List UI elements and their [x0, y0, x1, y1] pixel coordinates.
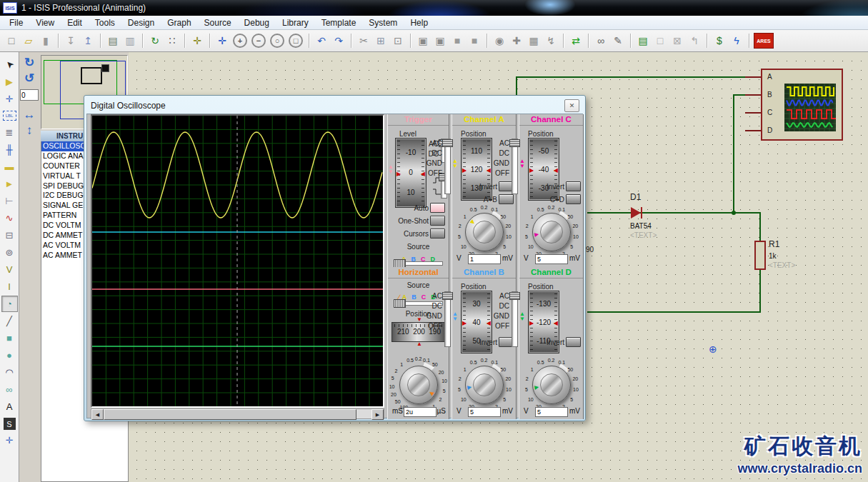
generator-mode-icon[interactable]: ⊚: [1, 244, 18, 261]
slider-handle[interactable]: [442, 139, 453, 147]
resistor-r1[interactable]: [754, 241, 766, 270]
trigger-oneshot-button[interactable]: [430, 216, 445, 226]
paste-icon[interactable]: ⊡: [390, 33, 406, 49]
menu-source[interactable]: Source: [198, 16, 238, 29]
channel-a-position-gauge[interactable]: 110 120 130 ▶ ◀: [461, 138, 492, 201]
zoom-area-icon[interactable]: □: [289, 34, 303, 48]
open-folder-icon[interactable]: ▱: [21, 33, 36, 49]
channel-b-drag-arrows[interactable]: ▲▼: [452, 311, 458, 321]
graph-mode-icon[interactable]: ∿: [1, 210, 18, 226]
channel-d-coupling-slider[interactable]: [512, 291, 518, 347]
menu-view[interactable]: View: [29, 16, 61, 29]
mirror-vertical-icon[interactable]: ↕: [26, 124, 33, 139]
zoom-all-icon[interactable]: ○: [270, 34, 284, 48]
diode-d1[interactable]: [631, 207, 645, 219]
wire-label-mode-icon[interactable]: LBL: [3, 111, 16, 121]
virtual-instruments-mode-icon[interactable]: ◔: [1, 296, 18, 312]
dialog-close-button[interactable]: ✕: [564, 99, 579, 112]
menu-file[interactable]: File: [3, 16, 29, 29]
remove-sheet-icon[interactable]: ⊠: [669, 33, 685, 49]
pin-stub-c[interactable]: [745, 112, 761, 114]
channel-d-invert-button[interactable]: [566, 337, 581, 347]
design-explorer-icon[interactable]: ▤: [635, 33, 651, 49]
menu-template[interactable]: Template: [315, 16, 363, 29]
zoom-in-icon[interactable]: +: [233, 34, 247, 48]
slider-handle[interactable]: [442, 292, 453, 300]
make-device-icon[interactable]: ✚: [509, 33, 524, 49]
display-horizontal-scrollbar[interactable]: ◀ ▶: [91, 408, 384, 419]
channel-c-gain-input[interactable]: [535, 254, 568, 264]
box-2d-icon[interactable]: ■: [1, 330, 18, 346]
copy-icon[interactable]: ⊞: [373, 33, 389, 49]
wire-segment[interactable]: [733, 94, 734, 214]
arc-2d-icon[interactable]: ◠: [1, 364, 18, 381]
electrical-rules-check-icon[interactable]: ϟ: [729, 33, 744, 49]
channel-c-invert-button[interactable]: [566, 181, 581, 191]
scroll-thumb[interactable]: [104, 409, 356, 420]
bus-mode-icon[interactable]: ╫: [1, 141, 18, 158]
channel-d-drag-arrows[interactable]: ▲▼: [519, 311, 525, 321]
netlist-to-ares-icon[interactable]: ARES: [754, 33, 774, 49]
wire-autorouter-icon[interactable]: ⇄: [568, 33, 584, 49]
slider-handle[interactable]: [509, 292, 520, 300]
channel-a-gain-input[interactable]: [468, 254, 501, 264]
marker-2d-icon[interactable]: ✛: [1, 432, 18, 448]
circle-2d-icon[interactable]: ●: [1, 347, 18, 363]
pin-stub-b[interactable]: [745, 94, 761, 96]
menu-help[interactable]: Help: [404, 16, 434, 29]
voltage-probe-mode-icon[interactable]: V: [1, 261, 18, 278]
window-titlebar[interactable]: ISIS 1 - ISIS Professional (Animating): [0, 0, 868, 16]
rotate-anticlockwise-icon[interactable]: ↺: [24, 71, 34, 86]
wire-segment[interactable]: [759, 267, 761, 313]
channel-d-gain-input[interactable]: [535, 407, 568, 417]
print-icon[interactable]: ▤: [105, 33, 121, 49]
channel-c-drag-arrows[interactable]: ▲▼: [519, 159, 525, 169]
origin-icon[interactable]: ✛: [189, 33, 205, 49]
path-2d-icon[interactable]: ∞: [1, 381, 18, 398]
wire-segment[interactable]: [587, 311, 761, 313]
channel-c-coupling-slider[interactable]: [512, 139, 518, 194]
block-rotate-icon[interactable]: ■: [449, 33, 465, 49]
trigger-cursors-button[interactable]: [430, 229, 445, 239]
tape-recorder-mode-icon[interactable]: ⊟: [1, 227, 18, 243]
bill-of-materials-icon[interactable]: $: [712, 33, 727, 49]
oscilloscope-component[interactable]: A B C D: [761, 69, 843, 141]
pin-stub-a[interactable]: [745, 76, 761, 78]
selection-mode-icon[interactable]: ➤: [0, 53, 21, 76]
channel-b-gain-input[interactable]: [468, 407, 501, 417]
device-pin-mode-icon[interactable]: ⊢: [1, 193, 18, 209]
block-copy-icon[interactable]: ▣: [415, 33, 431, 49]
mirror-horizontal-icon[interactable]: ↔: [24, 108, 36, 124]
menu-debug[interactable]: Debug: [238, 16, 276, 29]
slider-handle[interactable]: [509, 139, 520, 147]
trigger-level-drag-arrows[interactable]: ▲▼: [388, 164, 394, 174]
block-move-icon[interactable]: ▣: [432, 33, 448, 49]
text-script-mode-icon[interactable]: ≣: [1, 124, 18, 141]
packaging-tool-icon[interactable]: ▦: [526, 33, 542, 49]
menu-design[interactable]: Design: [121, 16, 161, 29]
wire-segment[interactable]: [759, 212, 761, 241]
junction-dot-mode-icon[interactable]: ✛: [1, 91, 18, 107]
channel-b-coupling-slider[interactable]: [444, 291, 451, 347]
exit-to-parent-icon[interactable]: ↰: [687, 33, 702, 49]
current-probe-mode-icon[interactable]: I: [1, 278, 18, 295]
wire-segment[interactable]: [516, 76, 762, 78]
undo-icon[interactable]: ↶: [314, 33, 329, 49]
cut-icon[interactable]: ✂: [356, 33, 371, 49]
property-assignment-icon[interactable]: ✎: [610, 33, 626, 49]
scroll-right-button[interactable]: ▶: [371, 409, 384, 420]
trigger-auto-button[interactable]: [430, 203, 445, 213]
line-2d-icon[interactable]: ╱: [1, 313, 18, 329]
channel-c-position-gauge[interactable]: -50 -40 -30 ▶ ◀: [528, 138, 559, 201]
trigger-source-slider[interactable]: [394, 261, 443, 266]
terminal-mode-icon[interactable]: ►: [1, 176, 18, 192]
search-tag-icon[interactable]: ∞: [593, 33, 609, 49]
slider-handle[interactable]: [394, 299, 406, 308]
pan-icon[interactable]: ✛: [214, 33, 230, 49]
import-section-icon[interactable]: ↧: [63, 33, 79, 49]
pin-stub-d[interactable]: [745, 130, 761, 131]
rotation-angle-input[interactable]: [20, 89, 39, 101]
block-delete-icon[interactable]: ■: [467, 33, 482, 49]
timebase-input[interactable]: [404, 407, 437, 417]
menu-tools[interactable]: Tools: [89, 16, 121, 29]
